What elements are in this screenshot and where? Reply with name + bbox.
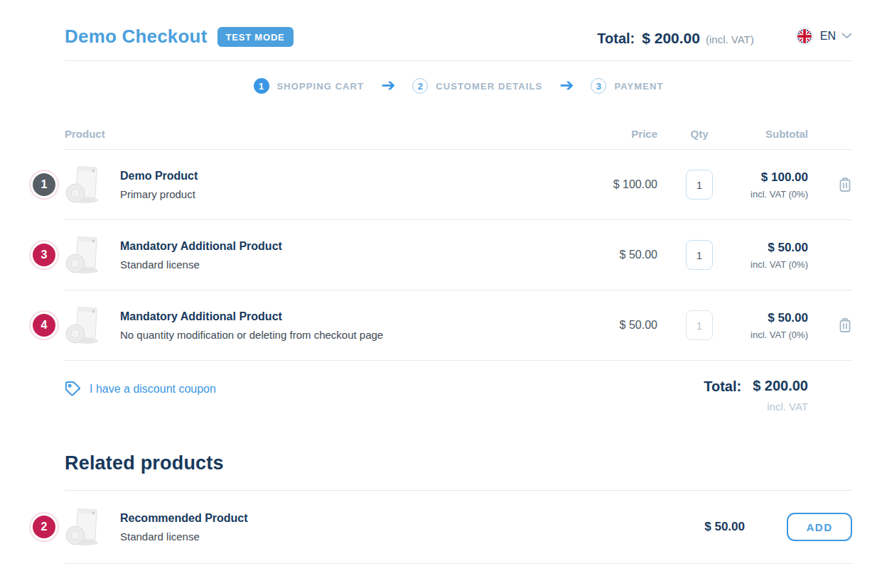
coupon-label: I have a discount coupon: [90, 383, 216, 396]
totals-amount: $ 200.00: [753, 378, 808, 394]
header: Demo Checkout TEST MODE Total: $ 200.00 …: [65, 0, 852, 61]
product-name: Recommended Product: [120, 512, 248, 525]
product-name: Mandatory Additional Product: [120, 240, 282, 253]
annotation-badge-2: 2: [31, 513, 58, 540]
product-subtotal: $ 50.00: [768, 241, 808, 255]
step-number: 1: [254, 78, 269, 94]
product-price: $ 50.00: [620, 249, 657, 261]
header-total-amount: $ 200.00: [642, 30, 700, 47]
totals-vat-note: incl. VAT: [767, 401, 808, 413]
tag-icon: [65, 381, 81, 397]
remove-item-button[interactable]: [838, 177, 852, 192]
column-qty: Qty: [690, 128, 708, 140]
quantity-input-disabled: [686, 310, 713, 340]
cart-row: 3 Mandatory: [65, 220, 852, 290]
product-subtotal: $ 100.00: [761, 170, 808, 185]
chevron-down-icon: [841, 33, 852, 39]
related-product-row: 2 Recommend: [65, 490, 852, 564]
step-label: PAYMENT: [614, 81, 663, 92]
uk-flag-icon: [795, 27, 814, 45]
quantity-input[interactable]: [686, 170, 713, 200]
remove-item-button[interactable]: [838, 317, 852, 333]
product-name: Demo Product: [120, 170, 198, 183]
quantity-input[interactable]: [686, 240, 713, 270]
product-price: $ 50.00: [704, 520, 745, 534]
product-description: No quantity modification or deleting fro…: [120, 329, 383, 341]
trash-icon: [838, 325, 852, 335]
product-description: Standard license: [120, 530, 248, 543]
column-price: Price: [631, 128, 657, 140]
product-description: Standard license: [120, 258, 282, 271]
product-price: $ 100.00: [613, 178, 657, 191]
add-product-button[interactable]: ADD: [787, 513, 852, 541]
language-code: EN: [820, 30, 836, 43]
step-label: CUSTOMER DETAILS: [436, 81, 542, 92]
cart-row: 4 Mandatory: [65, 290, 852, 361]
related-products-heading: Related products: [65, 452, 852, 474]
product-price: $ 50.00: [620, 319, 657, 332]
totals-label: Total:: [704, 379, 741, 413]
annotation-badge-3: 3: [31, 241, 58, 268]
annotation-badge-4: 4: [31, 312, 58, 339]
header-total-note: (incl. VAT): [706, 33, 754, 45]
product-subtotal: $ 50.00: [768, 311, 808, 325]
product-image: [65, 507, 102, 547]
vat-note: incl. VAT (0%): [751, 259, 808, 270]
step-number: 3: [591, 78, 606, 94]
product-image: [65, 235, 102, 275]
step-label: SHOPPING CART: [277, 81, 365, 92]
header-total-label: Total:: [597, 31, 635, 47]
product-image: [65, 305, 102, 345]
language-selector[interactable]: EN: [795, 27, 852, 45]
step-customer-details: 2 CUSTOMER DETAILS: [412, 78, 542, 94]
cart-summary: I have a discount coupon Total: $ 200.00…: [65, 378, 852, 413]
checkout-page: Demo Checkout TEST MODE Total: $ 200.00 …: [0, 0, 882, 588]
checkout-steps: 1 SHOPPING CART ➔ 2 CUSTOMER DETAILS ➔ 3…: [65, 77, 852, 95]
cart-table-header: Product Price Qty Subtotal: [65, 128, 852, 150]
arrow-right-icon: ➔: [381, 77, 395, 96]
page-title: Demo Checkout: [65, 26, 208, 48]
cart-row: 1 Demo Prod: [65, 150, 852, 220]
arrow-right-icon: ➔: [559, 77, 574, 96]
vat-note: incl. VAT (0%): [751, 189, 808, 200]
step-payment: 3 PAYMENT: [591, 78, 663, 94]
product-image: [65, 165, 102, 205]
trash-icon: [838, 184, 852, 195]
step-shopping-cart: 1 SHOPPING CART: [254, 78, 365, 94]
column-subtotal: Subtotal: [765, 128, 808, 140]
annotation-badge-1: 1: [31, 171, 58, 198]
cart-totals: Total: $ 200.00 incl. VAT: [704, 378, 852, 413]
discount-coupon-link[interactable]: I have a discount coupon: [65, 381, 216, 397]
product-description: Primary product: [120, 188, 198, 200]
column-product: Product: [65, 128, 105, 140]
test-mode-badge: TEST MODE: [217, 27, 294, 47]
vat-note: incl. VAT (0%): [751, 330, 808, 340]
step-number: 2: [412, 78, 428, 94]
product-name: Mandatory Additional Product: [120, 310, 383, 323]
